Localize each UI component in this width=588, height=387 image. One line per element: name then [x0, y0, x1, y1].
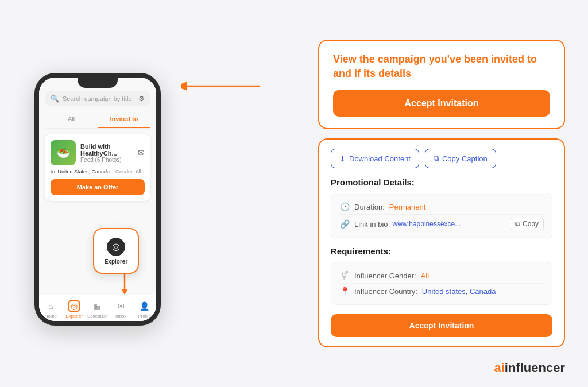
svg-marker-1	[121, 289, 128, 295]
explorer-icon: ◎	[68, 300, 80, 312]
accept-invitation-button-top[interactable]: Accept Invitation	[333, 90, 550, 117]
nav-profile-label: Profile	[138, 314, 151, 319]
phone-notch	[78, 78, 118, 88]
search-input: Search campaign by title	[63, 95, 135, 102]
campaign-title: Build with HealthyCh...	[80, 143, 133, 157]
explorer-tooltip-icon: ◎	[107, 238, 125, 256]
right-panels: View the campaign you've been invited to…	[318, 40, 565, 347]
phone-wrapper: 🔍 Search campaign by title ⚙ All Invited…	[23, 61, 161, 326]
clock-icon: 🕐	[339, 202, 350, 211]
tab-invited-to[interactable]: Invited to	[98, 111, 150, 128]
scheduler-icon: ▦	[91, 300, 104, 312]
nav-home[interactable]: ⌂ Home	[39, 300, 63, 319]
nav-home-label: Home	[45, 314, 57, 319]
link-icon: 🔗	[339, 219, 350, 229]
copy-link-button[interactable]: ⧉ Copy	[510, 218, 544, 230]
campaign-gender: All	[136, 169, 141, 175]
nav-inbox-label: Inbox	[115, 314, 127, 319]
download-content-button[interactable]: ⬇ Download Content	[331, 149, 419, 168]
brand-influencer: influencer	[505, 361, 565, 375]
home-icon: ⌂	[44, 300, 57, 312]
nav-inbox[interactable]: ✉ Inbox	[109, 300, 133, 319]
copy-caption-icon: ⧉	[434, 154, 439, 163]
callout-to-tab-arrow	[181, 79, 261, 93]
phone-screen: 🔍 Search campaign by title ⚙ All Invited…	[39, 78, 156, 321]
tab-all[interactable]: All	[45, 111, 98, 128]
campaign-card: 🥗 Build with HealthyCh... Feed (6 Photos…	[45, 134, 150, 201]
download-icon: ⬇	[339, 154, 346, 163]
campaign-card-top: 🥗 Build with HealthyCh... Feed (6 Photos…	[51, 140, 145, 165]
duration-row: 🕐 Duration: Permanent	[339, 199, 544, 215]
accept-invitation-button-bottom[interactable]: Accept Invitation	[331, 314, 552, 337]
profile-icon: 👤	[138, 300, 151, 312]
make-offer-button[interactable]: Make an Offer	[51, 179, 145, 195]
nav-scheduler[interactable]: ▦ Scheduler	[86, 300, 110, 319]
campaign-image: 🥗	[51, 140, 76, 165]
callout-text: View the campaign you've been invited to…	[333, 52, 550, 81]
nav-explorer[interactable]: ◎ Explorer	[63, 300, 86, 319]
nav-profile[interactable]: 👤 Profile	[133, 300, 156, 319]
details-panel: ⬇ Download Content ⧉ Copy Caption Promot…	[318, 138, 565, 347]
brand-ai: ai	[494, 361, 505, 375]
brand-logo: aiinfluencer	[494, 361, 566, 376]
gender-row: ⚥ Influencer Gender: All	[339, 268, 544, 284]
campaign-subtitle: Feed (6 Photos)	[80, 157, 133, 163]
promotional-card: 🕐 Duration: Permanent 🔗 Link in bio www.…	[331, 193, 552, 239]
phone-search-bar[interactable]: 🔍 Search campaign by title ⚙	[45, 91, 150, 106]
explorer-tooltip: ◎ Explorer	[93, 228, 139, 274]
link-value: www.happinessexce...	[393, 220, 505, 228]
location-icon: 📍	[339, 287, 350, 296]
country-row: 📍 Influencer Country: United states, Can…	[339, 284, 544, 299]
details-buttons: ⬇ Download Content ⧉ Copy Caption	[331, 149, 552, 168]
link-row: 🔗 Link in bio www.happinessexce... ⧉ Cop…	[339, 215, 544, 233]
country-value: United states, Canada	[422, 287, 496, 296]
nav-scheduler-label: Scheduler	[87, 314, 108, 319]
requirements-title: Requirements:	[331, 246, 552, 256]
promotional-title: Promotional Details:	[331, 177, 552, 187]
callout-box: View the campaign you've been invited to…	[318, 40, 565, 129]
phone-tabs: All Invited to	[45, 111, 150, 129]
filter-icon: ⚙	[138, 95, 145, 103]
copy-mini-icon: ⧉	[515, 220, 520, 228]
explorer-tooltip-label: Explorer	[105, 258, 128, 265]
search-icon: 🔍	[51, 95, 59, 103]
gender-value: All	[421, 272, 429, 280]
campaign-meta: In: United States, Canada Gender: All	[51, 169, 145, 175]
gender-icon: ⚥	[339, 271, 350, 280]
inbox-icon: ✉	[115, 300, 127, 312]
nav-explorer-label: Explorer	[65, 314, 83, 319]
duration-value: Permanent	[389, 203, 426, 211]
page-container: 🔍 Search campaign by title ⚙ All Invited…	[0, 0, 588, 387]
campaign-info: Build with HealthyCh... Feed (6 Photos)	[80, 143, 133, 163]
requirements-card: ⚥ Influencer Gender: All 📍 Influencer Co…	[331, 262, 552, 305]
campaign-location: United States, Canada	[58, 169, 110, 175]
phone-mockup: 🔍 Search campaign by title ⚙ All Invited…	[34, 73, 161, 326]
copy-caption-button[interactable]: ⧉ Copy Caption	[425, 149, 496, 168]
email-icon: ✉	[138, 148, 145, 157]
phone-bottom-nav: ⌂ Home ◎ Explorer ▦ Scheduler ✉ Inbox	[39, 295, 156, 321]
